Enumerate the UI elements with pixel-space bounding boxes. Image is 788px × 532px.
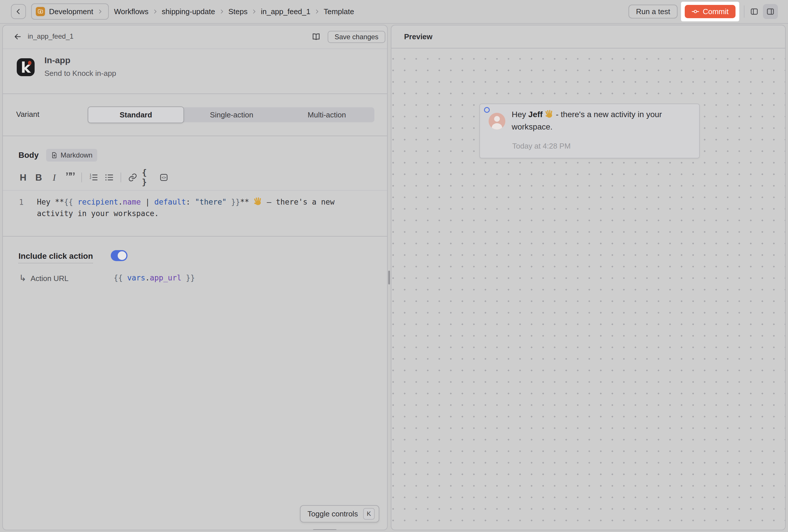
action-url-label: Action URL bbox=[31, 274, 68, 283]
commit-spotlight: Commit bbox=[681, 2, 739, 21]
chevron-down-icon bbox=[97, 9, 103, 15]
avatar-person-icon bbox=[492, 123, 502, 130]
chevron-right-icon bbox=[152, 9, 158, 15]
variant-option-multi-action[interactable]: Multi-action bbox=[279, 107, 374, 122]
notification-timestamp: Today at 4:28 PM bbox=[512, 142, 571, 151]
run-a-test-button[interactable]: Run a test bbox=[629, 5, 678, 18]
divider bbox=[744, 5, 745, 18]
toggle-knob bbox=[118, 251, 126, 260]
arrow-left-icon[interactable] bbox=[13, 32, 22, 41]
variant-option-standard[interactable]: Standard bbox=[88, 106, 184, 123]
channel-description: Send to Knock in-app bbox=[44, 69, 116, 78]
preview-header: Preview bbox=[391, 25, 785, 48]
bold-icon[interactable]: B bbox=[32, 171, 45, 184]
variant-segmented-control: Standard Single-action Multi-action bbox=[88, 107, 374, 122]
editor-panel-header: in_app_feed_1 Save changes bbox=[3, 25, 387, 48]
variant-label: Variant bbox=[16, 110, 39, 119]
divider bbox=[81, 173, 82, 182]
chevron-right-icon bbox=[251, 9, 257, 15]
environment-label: Development bbox=[49, 7, 93, 16]
bullet-list-icon[interactable] bbox=[103, 171, 115, 184]
shortcut-key-badge: K bbox=[363, 508, 375, 519]
channel-name: In-app bbox=[44, 55, 71, 65]
knock-logo-dot bbox=[28, 61, 32, 65]
breadcrumb-workflows[interactable]: Workflows bbox=[114, 7, 148, 16]
preview-canvas: Hey Jeff - there's a new activity in you… bbox=[391, 49, 785, 530]
ordered-list-icon[interactable]: 12 bbox=[87, 171, 100, 184]
preview-title: Preview bbox=[404, 32, 432, 41]
svg-text:<>: <> bbox=[161, 175, 166, 180]
editor-line-number: 1 bbox=[19, 198, 24, 206]
divider bbox=[3, 190, 387, 191]
template-editor-panel: in_app_feed_1 Save changes k In-app Send… bbox=[2, 25, 388, 530]
docs-book-icon[interactable] bbox=[312, 32, 321, 41]
divider bbox=[121, 173, 121, 182]
action-url-value[interactable]: {{ vars.app_url }} bbox=[114, 274, 195, 282]
environment-selector[interactable]: Development bbox=[31, 3, 109, 20]
link-icon[interactable] bbox=[126, 171, 139, 184]
blockquote-icon[interactable]: ”” bbox=[63, 173, 76, 182]
divider bbox=[3, 94, 387, 94]
variable-braces-icon[interactable]: { } bbox=[142, 171, 155, 184]
file-download-icon bbox=[51, 152, 58, 159]
environment-folder-icon bbox=[36, 7, 45, 16]
branch-arrow-icon: ↳ bbox=[19, 273, 26, 283]
git-commit-icon bbox=[692, 8, 699, 15]
breadcrumb-step-key[interactable]: in_app_feed_1 bbox=[261, 7, 310, 16]
panel-right-icon bbox=[766, 7, 775, 16]
wave-emoji-icon bbox=[544, 109, 554, 119]
svg-text:2: 2 bbox=[90, 176, 92, 179]
breadcrumb-trail: Workflows shipping-update Steps in_app_f… bbox=[114, 7, 354, 16]
back-button[interactable] bbox=[11, 4, 26, 19]
commit-button-label: Commit bbox=[703, 7, 729, 16]
step-title: in_app_feed_1 bbox=[28, 32, 74, 40]
toggle-controls-button[interactable]: Toggle controls K bbox=[300, 505, 379, 523]
include-click-action-toggle[interactable] bbox=[111, 250, 127, 261]
breadcrumb-steps[interactable]: Steps bbox=[229, 7, 248, 16]
chevron-left-icon bbox=[15, 8, 22, 15]
markdown-toolbar: H B I ”” 12 { } <> bbox=[17, 171, 170, 184]
right-panel-toggle[interactable] bbox=[763, 4, 778, 19]
left-panel-toggle[interactable] bbox=[749, 6, 760, 17]
heading-icon[interactable]: H bbox=[17, 171, 29, 184]
toggle-controls-label: Toggle controls bbox=[308, 510, 358, 518]
save-changes-button[interactable]: Save changes bbox=[328, 31, 385, 43]
body-code-editor[interactable]: Hey **{{ recipient.name | default: "ther… bbox=[37, 196, 354, 219]
avatar-person-icon bbox=[494, 116, 500, 122]
code-block-icon[interactable]: <> bbox=[157, 171, 170, 184]
wave-emoji-icon bbox=[253, 196, 263, 206]
breadcrumb-template[interactable]: Template bbox=[323, 7, 354, 16]
include-click-action-label: Include click action bbox=[18, 252, 93, 263]
commit-button[interactable]: Commit bbox=[685, 5, 735, 18]
panel-resize-handle[interactable] bbox=[388, 271, 390, 284]
body-section-header: Body Markdown bbox=[18, 149, 97, 161]
breadcrumb-workflow-key[interactable]: shipping-update bbox=[162, 7, 215, 16]
top-bar-actions: Run a test Commit bbox=[629, 2, 778, 21]
avatar bbox=[489, 113, 505, 130]
preview-panel: Preview Hey Jeff - there's a new activit… bbox=[391, 25, 786, 530]
italic-icon[interactable]: I bbox=[48, 171, 61, 184]
breadcrumb: Development Workflows shipping-update St… bbox=[11, 3, 354, 20]
knock-channel-logo: k bbox=[17, 58, 35, 76]
format-badge[interactable]: Markdown bbox=[46, 149, 97, 161]
panel-left-icon bbox=[750, 7, 759, 16]
variant-option-single-action[interactable]: Single-action bbox=[184, 107, 279, 122]
body-label: Body bbox=[18, 151, 39, 160]
top-bar: Development Workflows shipping-update St… bbox=[0, 0, 788, 24]
divider bbox=[3, 48, 387, 49]
chevron-right-icon bbox=[219, 9, 225, 15]
hidden-controls-tab[interactable] bbox=[312, 529, 337, 530]
unread-indicator bbox=[484, 107, 490, 113]
format-badge-label: Markdown bbox=[61, 151, 93, 159]
notification-preview-card[interactable]: Hey Jeff - there's a new activity in you… bbox=[479, 103, 700, 158]
divider bbox=[3, 136, 387, 136]
divider bbox=[3, 236, 387, 237]
notification-message: Hey Jeff - there's a new activity in you… bbox=[512, 108, 685, 133]
chevron-right-icon bbox=[314, 9, 320, 15]
